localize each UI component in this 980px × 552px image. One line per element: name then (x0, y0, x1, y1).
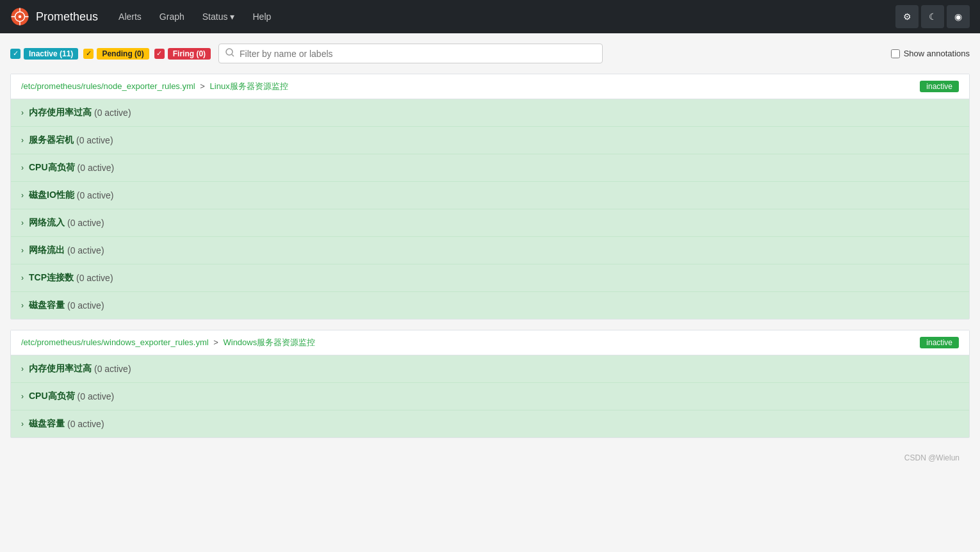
nav-item-help[interactable]: Help (245, 12, 279, 22)
chevron-right-icon-linux-3: › (21, 191, 24, 200)
rule-item-linux-3[interactable]: › 磁盘IO性能 (0 active) (11, 181, 969, 209)
gear-icon: ⚙ (903, 12, 911, 22)
main-content: ✓ Inactive (11) ✓ Pending (0) ✓ Firing (… (0, 33, 980, 478)
circle-icon: ◉ (954, 12, 962, 22)
separator-linux: > (200, 81, 207, 91)
navbar: Prometheus Alerts Graph Status ▾ Help ⚙ … (0, 0, 980, 33)
rule-active-linux-3: (0 active) (77, 190, 114, 200)
chevron-right-icon-windows-1: › (21, 392, 24, 401)
search-box (218, 44, 603, 63)
nav-link-help[interactable]: Help (245, 6, 279, 27)
chevron-right-icon-windows-2: › (21, 419, 24, 428)
rule-name-windows-1: CPU高负荷 (29, 391, 75, 402)
rule-active-linux-7: (0 active) (67, 300, 104, 311)
rule-item-linux-6[interactable]: › TCP连接数 (0 active) (11, 264, 969, 291)
nav-link-graph[interactable]: Graph (152, 6, 192, 27)
rule-group-name-windows: Windows服务器资源监控 (223, 337, 315, 347)
filter-bar: ✓ Inactive (11) ✓ Pending (0) ✓ Firing (… (10, 44, 970, 63)
rule-item-windows-0[interactable]: › 内存使用率过高 (0 active) (11, 355, 969, 382)
chevron-right-icon-windows-0: › (21, 364, 24, 373)
rule-active-linux-4: (0 active) (67, 218, 104, 228)
settings-button[interactable]: ⚙ (895, 5, 919, 28)
rule-group-path-link-windows[interactable]: /etc/prometheus/rules/windows_exporter_r… (21, 337, 209, 347)
badge-label-inactive: Inactive (11) (24, 48, 78, 60)
rule-active-linux-6: (0 active) (76, 273, 113, 283)
rule-name-linux-6: TCP连接数 (29, 272, 74, 284)
rule-item-linux-4[interactable]: › 网络流入 (0 active) (11, 209, 969, 236)
badge-check-pending[interactable]: ✓ (83, 49, 94, 59)
nav-item-status[interactable]: Status ▾ (195, 6, 243, 27)
svg-line-8 (232, 54, 234, 56)
navbar-nav: Alerts Graph Status ▾ Help (111, 6, 883, 27)
rule-name-windows-2: 磁盘容量 (29, 418, 65, 430)
rule-item-linux-7[interactable]: › 磁盘容量 (0 active) (11, 291, 969, 319)
rule-group-path-linux: /etc/prometheus/rules/node_exporter_rule… (21, 81, 288, 92)
rule-name-linux-7: 磁盘容量 (29, 300, 65, 311)
rule-item-linux-2[interactable]: › CPU高负荷 (0 active) (11, 154, 969, 181)
svg-point-2 (19, 15, 22, 19)
status-badge-windows: inactive (920, 337, 959, 348)
rule-item-windows-1[interactable]: › CPU高负荷 (0 active) (11, 382, 969, 410)
rule-name-linux-5: 网络流出 (29, 245, 65, 256)
rule-name-linux-4: 网络流入 (29, 217, 65, 229)
badge-item-pending[interactable]: ✓ Pending (0) (83, 48, 149, 60)
nav-item-alerts[interactable]: Alerts (111, 12, 149, 22)
rule-group-header-linux: /etc/prometheus/rules/node_exporter_rule… (11, 74, 969, 99)
separator-windows: > (213, 337, 220, 347)
chevron-down-icon: ▾ (230, 12, 234, 22)
navbar-brand[interactable]: Prometheus (10, 7, 98, 26)
chevron-right-icon-linux-2: › (21, 163, 24, 172)
rule-name-linux-3: 磁盘IO性能 (29, 190, 74, 201)
rule-name-linux-1: 服务器宕机 (29, 134, 74, 146)
nav-item-graph[interactable]: Graph (152, 12, 192, 22)
rule-active-linux-2: (0 active) (78, 163, 115, 173)
chevron-right-icon-linux-0: › (21, 108, 24, 117)
theme-button[interactable]: ☾ (921, 5, 944, 28)
search-input[interactable] (240, 49, 596, 59)
badge-item-firing[interactable]: ✓ Firing (0) (154, 48, 211, 60)
rule-name-linux-2: CPU高负荷 (29, 162, 75, 174)
rule-group-name-linux: Linux服务器资源监控 (210, 81, 288, 91)
rule-active-windows-0: (0 active) (94, 364, 131, 374)
rule-group-path-windows: /etc/prometheus/rules/windows_exporter_r… (21, 337, 315, 348)
svg-point-7 (226, 49, 233, 55)
rule-active-linux-0: (0 active) (94, 108, 131, 118)
rule-name-linux-0: 内存使用率过高 (29, 107, 92, 118)
footer: CSDN @Wielun (10, 448, 970, 467)
rule-list-linux: › 内存使用率过高 (0 active) › 服务器宕机 (0 active) … (11, 99, 969, 319)
rule-active-windows-1: (0 active) (78, 391, 115, 402)
show-annotations-checkbox[interactable] (891, 49, 900, 58)
rule-item-linux-1[interactable]: › 服务器宕机 (0 active) (11, 126, 969, 154)
rule-group-path-link-linux[interactable]: /etc/prometheus/rules/node_exporter_rule… (21, 81, 195, 91)
navbar-right: ⚙ ☾ ◉ (895, 5, 970, 28)
rule-active-linux-5: (0 active) (67, 245, 104, 256)
nav-link-status[interactable]: Status ▾ (195, 6, 243, 27)
badge-item-inactive[interactable]: ✓ Inactive (11) (10, 48, 78, 60)
badge-check-firing[interactable]: ✓ (154, 49, 165, 59)
rule-item-linux-0[interactable]: › 内存使用率过高 (0 active) (11, 99, 969, 126)
rule-list-windows: › 内存使用率过高 (0 active) › CPU高负荷 (0 active)… (11, 355, 969, 437)
rule-group-header-windows: /etc/prometheus/rules/windows_exporter_r… (11, 330, 969, 355)
badge-check-inactive[interactable]: ✓ (10, 49, 20, 59)
chevron-right-icon-linux-4: › (21, 218, 24, 227)
show-annotations-label: Show annotations (904, 49, 970, 58)
rule-active-windows-2: (0 active) (67, 419, 104, 429)
chevron-right-icon-linux-1: › (21, 136, 24, 145)
footer-watermark: CSDN @Wielun (904, 453, 960, 462)
rule-group-linux: /etc/prometheus/rules/node_exporter_rule… (10, 74, 970, 320)
filter-badges: ✓ Inactive (11) ✓ Pending (0) ✓ Firing (… (10, 48, 211, 60)
badge-label-firing: Firing (0) (168, 48, 211, 60)
rule-name-windows-0: 内存使用率过高 (29, 363, 92, 375)
chevron-right-icon-linux-6: › (21, 273, 24, 282)
rule-item-linux-5[interactable]: › 网络流出 (0 active) (11, 236, 969, 264)
rule-active-linux-1: (0 active) (76, 135, 113, 145)
status-badge-linux: inactive (920, 81, 959, 92)
rule-item-windows-2[interactable]: › 磁盘容量 (0 active) (11, 410, 969, 437)
chevron-right-icon-linux-5: › (21, 246, 24, 255)
badge-label-pending: Pending (0) (97, 48, 149, 60)
brand-label: Prometheus (36, 10, 98, 24)
nav-link-alerts[interactable]: Alerts (111, 6, 149, 27)
moon-icon: ☾ (929, 12, 937, 22)
chevron-right-icon-linux-7: › (21, 301, 24, 310)
circle-button[interactable]: ◉ (947, 5, 970, 28)
